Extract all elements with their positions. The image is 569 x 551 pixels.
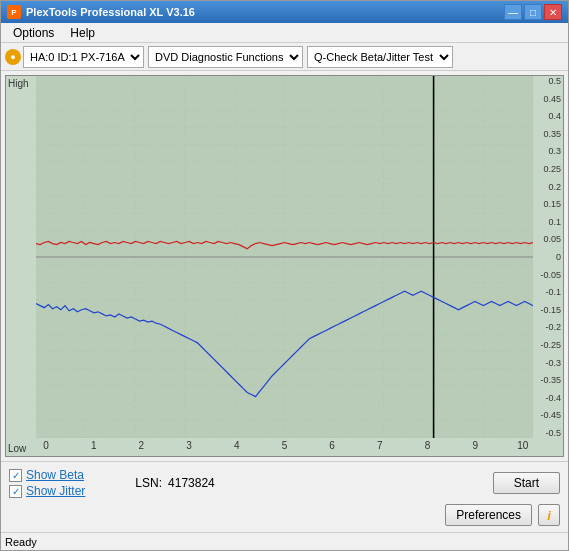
status-bar: Ready <box>1 532 568 550</box>
start-button[interactable]: Start <box>493 472 560 494</box>
lsn-value: 4173824 <box>168 476 215 490</box>
app-icon: P <box>7 5 21 19</box>
lsn-section: LSN: 4173824 <box>135 476 214 490</box>
chart-area: High Low 0.5 0.45 0.4 0.35 0.3 0.25 0.2 … <box>1 71 568 461</box>
show-jitter-label[interactable]: Show Jitter <box>26 484 85 498</box>
main-window: P PlexTools Professional XL V3.16 — □ ✕ … <box>0 0 569 551</box>
window-title: PlexTools Professional XL V3.16 <box>26 6 504 18</box>
info-button[interactable]: i <box>538 504 560 526</box>
title-bar: P PlexTools Professional XL V3.16 — □ ✕ <box>1 1 568 23</box>
chart-low-label: Low <box>6 443 36 454</box>
show-beta-checkbox-item[interactable]: ✓ Show Beta <box>9 468 85 482</box>
maximize-button[interactable]: □ <box>524 4 542 20</box>
chart-x-axis: 0 1 2 3 4 5 6 7 8 9 10 <box>36 438 533 456</box>
show-jitter-checkbox-item[interactable]: ✓ Show Jitter <box>9 484 85 498</box>
test-dropdown[interactable]: Q-Check Beta/Jitter Test <box>307 46 453 68</box>
chart-right-labels: 0.5 0.45 0.4 0.35 0.3 0.25 0.2 0.15 0.1 … <box>533 76 563 438</box>
drive-select-group: ● HA:0 ID:1 PX-716A <box>5 46 144 68</box>
chart-container: High Low 0.5 0.45 0.4 0.35 0.3 0.25 0.2 … <box>5 75 564 457</box>
chart-high-label: High <box>6 78 36 89</box>
chart-plot-area <box>36 76 533 438</box>
status-text: Ready <box>5 536 37 548</box>
function-dropdown[interactable]: DVD Diagnostic Functions <box>148 46 303 68</box>
bottom-controls-row: ✓ Show Beta ✓ Show Jitter LSN: 4173824 S… <box>9 468 560 498</box>
menu-help[interactable]: Help <box>62 24 103 42</box>
menu-options[interactable]: Options <box>5 24 62 42</box>
show-beta-label[interactable]: Show Beta <box>26 468 84 482</box>
chart-svg <box>36 76 533 438</box>
drive-icon: ● <box>5 49 21 65</box>
show-jitter-checkbox[interactable]: ✓ <box>9 485 22 498</box>
drive-dropdown[interactable]: HA:0 ID:1 PX-716A <box>23 46 144 68</box>
bottom-panel: ✓ Show Beta ✓ Show Jitter LSN: 4173824 S… <box>1 461 568 532</box>
show-beta-checkbox[interactable]: ✓ <box>9 469 22 482</box>
close-button[interactable]: ✕ <box>544 4 562 20</box>
minimize-button[interactable]: — <box>504 4 522 20</box>
info-icon: i <box>547 508 551 523</box>
title-controls: — □ ✕ <box>504 4 562 20</box>
right-buttons: Start <box>493 472 560 494</box>
checkboxes-group: ✓ Show Beta ✓ Show Jitter <box>9 468 85 498</box>
menu-bar: Options Help <box>1 23 568 43</box>
chart-left-labels: High Low <box>6 76 36 456</box>
toolbar: ● HA:0 ID:1 PX-716A DVD Diagnostic Funct… <box>1 43 568 71</box>
preferences-button[interactable]: Preferences <box>445 504 532 526</box>
lsn-label: LSN: <box>135 476 162 490</box>
